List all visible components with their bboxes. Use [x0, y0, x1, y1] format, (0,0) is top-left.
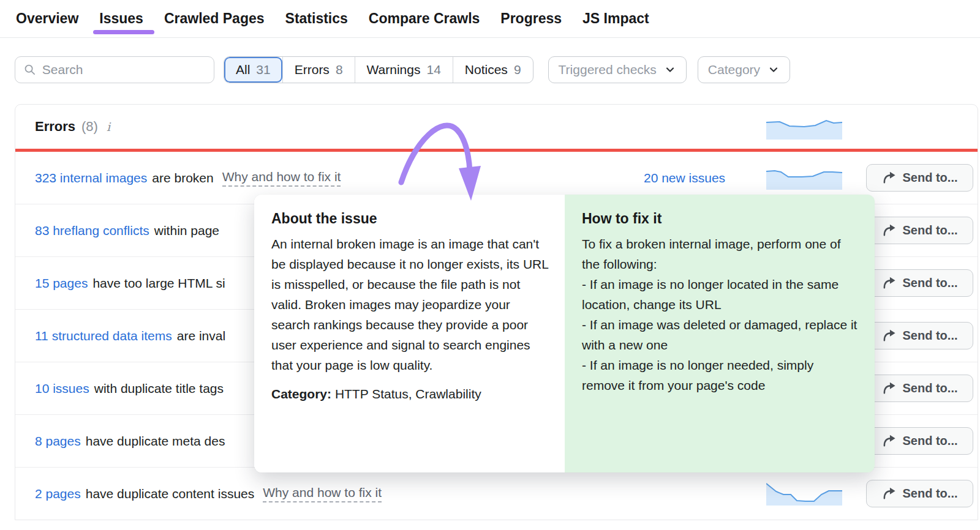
tab-statistics[interactable]: Statistics — [284, 2, 349, 35]
about-body: An internal broken image is an image tha… — [271, 234, 549, 375]
chevron-down-icon — [767, 64, 780, 76]
filter-warnings-count: 14 — [426, 62, 440, 77]
issue-text: have duplicate meta des — [86, 434, 225, 449]
why-how-to-fix-link[interactable]: Why and how to fix it — [263, 485, 382, 502]
filter-all-label: All — [236, 62, 250, 77]
top-navigation: Overview Issues Crawled Pages Statistics… — [0, 0, 980, 38]
send-to-label: Send to... — [903, 223, 958, 237]
issue-details-popup: About the issue An internal broken image… — [254, 195, 875, 472]
about-title: About the issue — [271, 211, 549, 227]
issue-text: have too large HTML si — [92, 276, 225, 291]
send-to-label: Send to... — [903, 329, 958, 343]
category-dropdown[interactable]: Category — [698, 56, 790, 83]
filter-errors-count: 8 — [336, 62, 343, 77]
info-icon[interactable]: i — [107, 120, 110, 133]
errors-section-header: Errors (8) i — [15, 105, 978, 149]
send-to-button[interactable]: Send to... — [866, 269, 973, 297]
issue-link[interactable]: 15 pages — [35, 276, 88, 291]
send-to-button[interactable]: Send to... — [866, 427, 973, 455]
tab-js-impact[interactable]: JS Impact — [581, 2, 650, 35]
tab-compare-crawls[interactable]: Compare Crawls — [368, 2, 481, 35]
about-the-issue-panel: About the issue An internal broken image… — [254, 195, 565, 472]
site-audit-issues-page: Overview Issues Crawled Pages Statistics… — [0, 0, 980, 530]
issue-link[interactable]: 11 structured data items — [35, 329, 172, 343]
issue-link[interactable]: 10 issues — [35, 381, 89, 396]
category-label: Category: — [271, 387, 331, 401]
fix-body: To fix a broken internal image, perform … — [582, 234, 859, 395]
send-to-button[interactable]: Send to... — [866, 217, 973, 244]
filter-notices-label: Notices — [465, 62, 508, 77]
forward-arrow-icon — [882, 171, 896, 185]
errors-trend-sparkline — [766, 116, 842, 140]
send-to-label: Send to... — [903, 487, 958, 501]
forward-arrow-icon — [882, 487, 896, 501]
forward-arrow-icon — [882, 329, 896, 343]
issue-link[interactable]: 2 pages — [35, 487, 81, 501]
issue-trend-sparkline — [766, 482, 842, 506]
filter-errors-label: Errors — [295, 62, 330, 77]
send-to-button[interactable]: Send to... — [866, 480, 973, 507]
send-to-button[interactable]: Send to... — [866, 322, 973, 349]
send-to-button[interactable]: Send to... — [866, 375, 973, 402]
issue-text: are inval — [177, 329, 225, 343]
category-value: HTTP Status, Crawlability — [335, 387, 481, 401]
tab-overview[interactable]: Overview — [15, 2, 80, 35]
search-box[interactable] — [15, 56, 214, 83]
tab-crawled-pages[interactable]: Crawled Pages — [163, 2, 266, 35]
why-how-to-fix-link[interactable]: Why and how to fix it — [222, 170, 341, 187]
filter-notices[interactable]: Notices 9 — [453, 57, 533, 83]
triggered-checks-dropdown[interactable]: Triggered checks — [548, 56, 687, 83]
filter-notices-count: 9 — [514, 62, 521, 77]
search-icon — [24, 63, 36, 77]
send-to-label: Send to... — [903, 171, 958, 185]
filter-errors[interactable]: Errors 8 — [282, 57, 355, 83]
issue-link[interactable]: 83 hreflang conflicts — [35, 223, 149, 238]
send-to-label: Send to... — [903, 381, 958, 395]
fix-title: How to fix it — [582, 211, 859, 227]
search-input[interactable] — [42, 62, 205, 77]
section-count: (8) — [81, 119, 98, 135]
issue-row-duplicate-content: 2 pages have duplicate content issues Wh… — [15, 468, 978, 520]
triggered-checks-label: Triggered checks — [559, 62, 657, 77]
severity-filter-group: All 31 Errors 8 Warnings 14 Notices 9 — [224, 56, 533, 83]
filters-toolbar: All 31 Errors 8 Warnings 14 Notices 9 Tr… — [15, 56, 790, 83]
send-to-label: Send to... — [903, 276, 958, 290]
chevron-down-icon — [664, 64, 676, 76]
issue-text: have duplicate content issues — [86, 487, 255, 501]
new-issues-link[interactable]: 20 new issues — [644, 171, 725, 185]
filter-warnings[interactable]: Warnings 14 — [355, 57, 453, 83]
filter-warnings-label: Warnings — [367, 62, 421, 77]
filter-all[interactable]: All 31 — [224, 57, 282, 83]
issue-text: with duplicate title tags — [94, 381, 224, 396]
section-title: Errors — [35, 119, 75, 135]
issue-trend-sparkline — [766, 166, 842, 190]
tab-issues[interactable]: Issues — [98, 2, 145, 35]
forward-arrow-icon — [882, 223, 896, 237]
how-to-fix-panel: How to fix it To fix a broken internal i… — [565, 195, 875, 472]
filter-all-count: 31 — [256, 62, 270, 77]
tab-progress[interactable]: Progress — [499, 2, 563, 35]
send-to-label: Send to... — [903, 434, 958, 448]
issue-text: are broken — [152, 171, 213, 185]
issue-text: within page — [154, 223, 219, 238]
category-dropdown-label: Category — [708, 62, 760, 77]
send-to-button[interactable]: Send to... — [866, 164, 973, 192]
category-line: Category: HTTP Status, Crawlability — [271, 387, 549, 401]
forward-arrow-icon — [882, 434, 896, 448]
forward-arrow-icon — [882, 381, 896, 395]
issue-link[interactable]: 8 pages — [35, 434, 81, 449]
issue-link[interactable]: 323 internal images — [35, 171, 147, 185]
forward-arrow-icon — [882, 276, 896, 290]
